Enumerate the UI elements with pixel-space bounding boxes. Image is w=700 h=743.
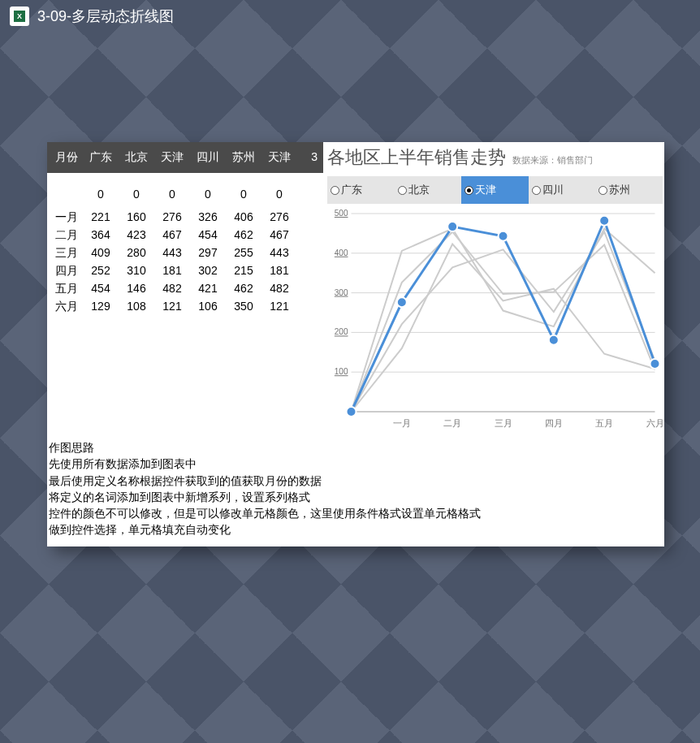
chart-plot: 500400300200100一月二月三月四月五月六月: [327, 207, 663, 434]
table-row: 四月252310181302215181: [47, 262, 323, 280]
notes-line: 将定义的名词添加到图表中新增系列，设置系列格式: [49, 489, 663, 505]
notes-line: 做到控件选择，单元格填充自动变化: [49, 521, 663, 538]
radio-icon: [465, 186, 473, 195]
notes-section: 作图思路 先使用所有数据添加到图表中最后使用定义名称根据控件获取到的值获取月份的…: [47, 434, 664, 546]
col-sz: 苏州: [226, 150, 261, 165]
table-row: 五月454146482421462482: [47, 280, 323, 298]
svg-text:三月: 三月: [495, 418, 512, 428]
line-chart-svg: 500400300200100一月二月三月四月五月六月: [327, 207, 663, 434]
table-row: 二月364423467454462467: [47, 227, 323, 244]
radio-北京[interactable]: 北京: [395, 176, 462, 204]
svg-point-17: [347, 407, 356, 417]
notes-heading: 作图思路: [49, 439, 663, 456]
radio-icon: [331, 186, 339, 195]
svg-text:400: 400: [335, 248, 348, 257]
col-tj2: 天津: [261, 150, 297, 165]
radio-苏州[interactable]: 苏州: [595, 176, 663, 204]
data-table: 月份 广东 北京 天津 四川 苏州 天津 3 0 0 0 0 0 0 一月221…: [47, 142, 323, 434]
col-extra: 3: [297, 150, 318, 165]
col-tj: 天津: [154, 150, 190, 165]
svg-text:五月: 五月: [595, 418, 613, 428]
file-title: 3-09-多层动态折线图: [37, 6, 174, 26]
radio-icon: [398, 186, 407, 195]
col-month: 月份: [50, 150, 83, 165]
table-zeros-row: 0 0 0 0 0 0: [47, 173, 323, 209]
chart-source: 数据来源：销售部门: [512, 154, 593, 166]
table-row: 六月129108121106350121: [47, 298, 323, 316]
chart-title: 各地区上半年销售走势: [327, 145, 506, 170]
svg-text:六月: 六月: [646, 418, 663, 428]
col-sc: 四川: [190, 150, 226, 165]
series-selector: 广东北京天津四川苏州: [327, 176, 663, 204]
chart-panel: 各地区上半年销售走势 数据来源：销售部门 广东北京天津四川苏州 50040030…: [323, 142, 664, 434]
table-header-row: 月份 广东 北京 天津 四川 苏州 天津 3: [47, 142, 323, 173]
svg-text:200: 200: [335, 327, 348, 336]
svg-text:四月: 四月: [545, 418, 563, 428]
col-gd: 广东: [83, 150, 119, 165]
svg-text:100: 100: [335, 367, 348, 376]
radio-天津[interactable]: 天津: [461, 176, 529, 204]
svg-text:300: 300: [335, 288, 348, 297]
notes-line: 最后使用定义名称根据控件获取到的值获取月份的数据: [49, 473, 663, 489]
radio-icon: [532, 186, 541, 195]
col-bj: 北京: [119, 150, 154, 165]
table-row: 三月409280443297255443: [47, 244, 323, 262]
svg-point-21: [549, 335, 559, 345]
svg-text:一月: 一月: [393, 418, 411, 428]
radio-广东[interactable]: 广东: [327, 176, 395, 204]
svg-point-23: [650, 359, 660, 369]
svg-text:二月: 二月: [443, 418, 461, 428]
svg-point-19: [447, 222, 457, 231]
svg-point-22: [599, 216, 609, 226]
content-card: 月份 广东 北京 天津 四川 苏州 天津 3 0 0 0 0 0 0 一月221…: [47, 142, 664, 546]
excel-icon: X: [10, 6, 29, 26]
svg-point-18: [397, 297, 407, 307]
svg-point-20: [499, 231, 508, 241]
radio-四川[interactable]: 四川: [529, 176, 596, 204]
titlebar: X 3-09-多层动态折线图: [0, 0, 700, 32]
notes-line: 先使用所有数据添加到图表中: [49, 456, 663, 472]
svg-text:500: 500: [335, 209, 348, 218]
radio-icon: [598, 186, 607, 195]
table-row: 一月221160276326406276: [47, 209, 323, 227]
notes-line: 控件的颜色不可以修改，但是可以修改单元格颜色，这里使用条件格式设置单元格格式: [49, 505, 663, 521]
